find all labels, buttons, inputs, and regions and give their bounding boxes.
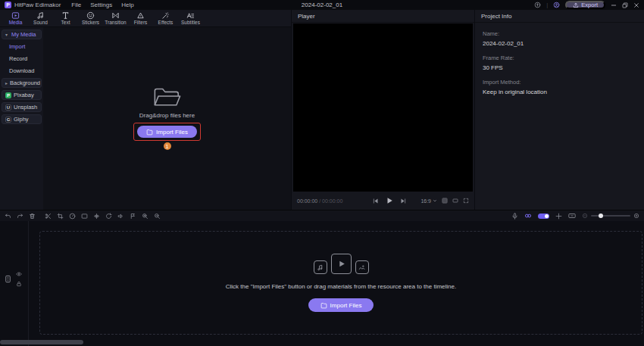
- media-icon: [11, 11, 20, 20]
- import-method-label: Import Method:: [483, 79, 636, 86]
- track-header-column: [0, 221, 29, 346]
- tab-filters[interactable]: Filters: [130, 11, 152, 26]
- tab-text[interactable]: Text: [55, 11, 77, 26]
- sidebar-item-background[interactable]: ▸ Background: [2, 78, 42, 88]
- aspect-ratio-dropdown[interactable]: 16:9: [420, 198, 437, 204]
- canvas-icon[interactable]: [81, 213, 88, 220]
- rotate-icon[interactable]: [105, 213, 112, 220]
- zoom-slider-track[interactable]: [591, 215, 630, 217]
- media-types-illustration: [314, 254, 369, 274]
- tab-stickers[interactable]: Stickers: [80, 11, 102, 26]
- transition-icon: [111, 11, 120, 20]
- link-icon[interactable]: [524, 212, 532, 220]
- zoom-slider-fit-icon[interactable]: [633, 213, 639, 219]
- media-sidebar: ▾ My Media Import Record Download ▸ Back…: [0, 27, 43, 210]
- menu-file[interactable]: File: [71, 2, 81, 8]
- previous-frame-icon[interactable]: [372, 198, 379, 204]
- track-lock-icon[interactable]: [16, 281, 22, 287]
- effects-icon: [161, 11, 170, 20]
- export-button[interactable]: Export: [565, 1, 605, 9]
- player-controls: 00:00:00 / 00:00:00: [292, 192, 474, 210]
- zoom-in-icon[interactable]: [142, 213, 148, 220]
- account-icon[interactable]: [553, 2, 560, 8]
- export-label: Export: [581, 2, 598, 8]
- resize-icon[interactable]: [452, 198, 458, 204]
- audio-clip-icon: [314, 260, 327, 274]
- stickers-icon: [86, 11, 95, 20]
- import-method-value: Keep in original location: [483, 89, 636, 95]
- sidebar-item-pixabay[interactable]: P Pixabay: [2, 90, 42, 100]
- player-header: Player: [292, 10, 474, 23]
- shortcut-keys-icon[interactable]: [568, 212, 576, 220]
- menu-help[interactable]: Help: [121, 2, 133, 8]
- timeline-dropzone[interactable]: Click the "Import Files" button or drag …: [39, 231, 642, 335]
- mirror-icon[interactable]: [93, 213, 100, 220]
- folder-import-icon: [320, 302, 327, 309]
- tab-transition[interactable]: Transition: [105, 11, 127, 26]
- tab-effects[interactable]: Effects: [155, 11, 177, 26]
- snap-icon[interactable]: [555, 213, 562, 220]
- update-icon[interactable]: [534, 2, 541, 8]
- speed-icon[interactable]: [69, 213, 76, 220]
- next-frame-icon[interactable]: [400, 198, 407, 204]
- time-display: 00:00:00 / 00:00:00: [297, 198, 358, 204]
- folder-icon: [153, 87, 182, 108]
- sidebar-item-import[interactable]: Import: [2, 42, 42, 51]
- edimakor-window: P HitPaw Edimakor File Settings Help 202…: [0, 0, 644, 346]
- delete-icon[interactable]: [29, 213, 36, 220]
- dropzone-hint: Drag&drop files here: [139, 112, 195, 119]
- filters-icon: [136, 11, 145, 20]
- minimize-icon[interactable]: [611, 2, 617, 8]
- unsplash-icon: U: [5, 104, 11, 111]
- video-clip-icon: [331, 254, 352, 274]
- name-label: Name:: [483, 30, 636, 37]
- undo-icon[interactable]: [5, 213, 11, 220]
- project-info-pane: Project Info Name: 2024-02-02_01 Frame R…: [475, 10, 644, 210]
- auto-ripple-toggle[interactable]: [538, 214, 549, 219]
- sidebar-item-unsplash[interactable]: U Unsplash: [2, 102, 42, 112]
- tab-media[interactable]: Media: [5, 11, 27, 26]
- name-value: 2024-02-02_01: [483, 40, 636, 47]
- sidebar-item-record[interactable]: Record: [2, 54, 42, 64]
- pixabay-icon: P: [5, 92, 11, 98]
- crop-icon[interactable]: [57, 213, 64, 220]
- chevron-right-icon: ▸: [5, 80, 8, 86]
- timeline-zoom-slider: [582, 213, 639, 219]
- resource-tabstrip: Media Sound Text Stickers Transition: [0, 10, 291, 27]
- video-preview: [293, 23, 473, 192]
- play-icon[interactable]: [386, 197, 393, 204]
- resource-pane: Media Sound Text Stickers Transition: [0, 10, 291, 210]
- import-files-button[interactable]: Import Files: [137, 126, 197, 138]
- frame-rate-value: 30 FPS: [483, 64, 636, 71]
- timeline-import-files-button[interactable]: Import Files: [308, 298, 374, 312]
- text-icon: [61, 11, 70, 20]
- player-pane: Player 00:00:00 / 00:00:00: [292, 10, 474, 210]
- fullscreen-icon[interactable]: [463, 198, 469, 204]
- safe-area-icon[interactable]: [442, 198, 448, 204]
- sidebar-item-giphy[interactable]: G Giphy: [2, 114, 42, 124]
- folder-import-icon: [146, 129, 153, 136]
- subtitles-icon: [186, 11, 195, 20]
- tab-sound[interactable]: Sound: [30, 11, 52, 26]
- restore-icon[interactable]: [622, 2, 628, 8]
- menubar-divider: |: [546, 2, 548, 8]
- frame-rate-label: Frame Rate:: [483, 55, 636, 61]
- timeline-toolbar: [0, 210, 644, 221]
- zoom-slider-out-icon[interactable]: [582, 213, 588, 219]
- microphone-icon[interactable]: [511, 213, 518, 220]
- split-icon[interactable]: [45, 213, 52, 220]
- zoom-slider-knob[interactable]: [599, 214, 603, 218]
- project-info-header: Project Info: [475, 10, 644, 23]
- horizontal-scrollbar[interactable]: [0, 340, 83, 344]
- track-visibility-icon[interactable]: [16, 271, 22, 277]
- close-icon[interactable]: [633, 2, 639, 8]
- sidebar-item-my-media[interactable]: ▾ My Media: [2, 30, 42, 39]
- redo-icon[interactable]: [17, 213, 23, 220]
- zoom-out-icon[interactable]: [154, 213, 161, 220]
- menu-settings[interactable]: Settings: [90, 2, 112, 8]
- tab-subtitles[interactable]: Subtitles: [180, 11, 202, 26]
- marker-icon[interactable]: [130, 213, 136, 220]
- media-drop-area[interactable]: Drag&drop files here Import Files 1: [43, 27, 291, 210]
- volume-icon[interactable]: [117, 213, 124, 220]
- sidebar-item-download[interactable]: Download: [2, 66, 42, 76]
